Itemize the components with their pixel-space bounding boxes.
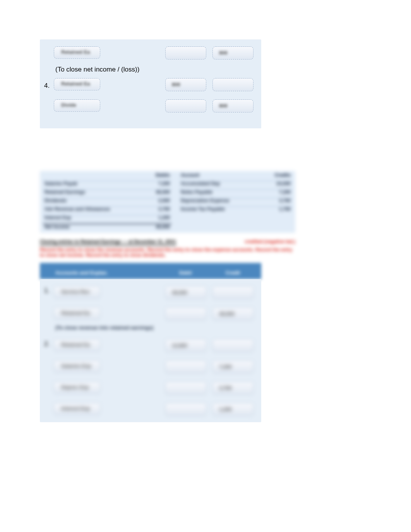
- credit-field: [212, 78, 253, 91]
- journal-note: (To close net income / (loss)): [55, 66, 139, 73]
- account-pill: Service Rev: [54, 286, 100, 298]
- instruction-block: Closing entries to Retained Earnings — a…: [40, 239, 295, 257]
- debit-field: [165, 382, 206, 395]
- credit-value: 800: [219, 103, 228, 109]
- row-number: 4.: [44, 82, 50, 90]
- right-col-account-header: Account: [181, 172, 199, 178]
- col-debit: Debit: [179, 270, 192, 276]
- debit-field: [165, 99, 206, 113]
- document-page: Retained Ea 800 (To close net income / (…: [0, 0, 411, 532]
- credit-field: 1,200: [212, 403, 253, 416]
- account-pill: Retained Ea: [54, 46, 100, 59]
- account-label: Retained Ea: [61, 49, 90, 55]
- credit-value: 800: [219, 50, 228, 56]
- debit-field: 800: [165, 78, 206, 91]
- account-label: Divide: [61, 102, 76, 108]
- instruction-heading: Closing entries to Retained Earnings — a…: [40, 239, 176, 246]
- trial-balance-table: Debits Account Credits Salaries Payab7,2…: [40, 171, 295, 233]
- credit-field: 7,200: [212, 360, 253, 373]
- credit-field: [212, 339, 253, 352]
- debit-field: 48,000: [165, 286, 206, 299]
- debit-field: 12,800: [165, 339, 206, 352]
- debit-value: 800: [172, 82, 180, 87]
- col-credit: Credit: [226, 270, 240, 276]
- instruction-aside: credited (negative bal.): [241, 239, 295, 244]
- credit-field: 48,000: [212, 307, 253, 321]
- col-accounts: Accounts and Explan.: [55, 270, 108, 276]
- account-pill: Deprec Exp: [54, 382, 100, 394]
- journal-header-bar: Accounts and Explan. Debit Credit: [40, 263, 261, 279]
- credit-field: 800: [212, 46, 253, 60]
- account-pill: Divide: [54, 99, 100, 112]
- row-number: 1.: [44, 287, 50, 295]
- debit-field: [165, 307, 206, 321]
- credit-field: [212, 286, 253, 299]
- debit-field: [165, 360, 206, 373]
- credit-field: 3,700: [212, 382, 253, 395]
- row-number: 2.: [44, 340, 50, 348]
- account-pill: Interest Exp: [54, 403, 100, 415]
- journal-section-top: Retained Ea 800 (To close net income / (…: [40, 39, 261, 128]
- journal-note: (To close revenue into retained earnings…: [55, 325, 153, 331]
- account-pill: Retained Ea: [54, 339, 100, 351]
- right-col-header: Credits: [275, 172, 291, 178]
- instruction-body: Record the entry to close the revenue ac…: [40, 247, 292, 258]
- debit-field: [165, 403, 206, 416]
- account-pill: Retained Ea: [54, 307, 100, 320]
- account-pill: Salaries Exp: [54, 360, 100, 373]
- left-col-header: Debits: [156, 172, 170, 178]
- account-pill: Retained Ea: [54, 78, 100, 90]
- credit-field: 800: [212, 99, 253, 113]
- journal-section-bottom: Service Rev 48,000 Retained Ea 48,000 (T…: [40, 279, 261, 422]
- debit-field: [165, 46, 206, 60]
- account-label: Retained Ea: [61, 81, 90, 87]
